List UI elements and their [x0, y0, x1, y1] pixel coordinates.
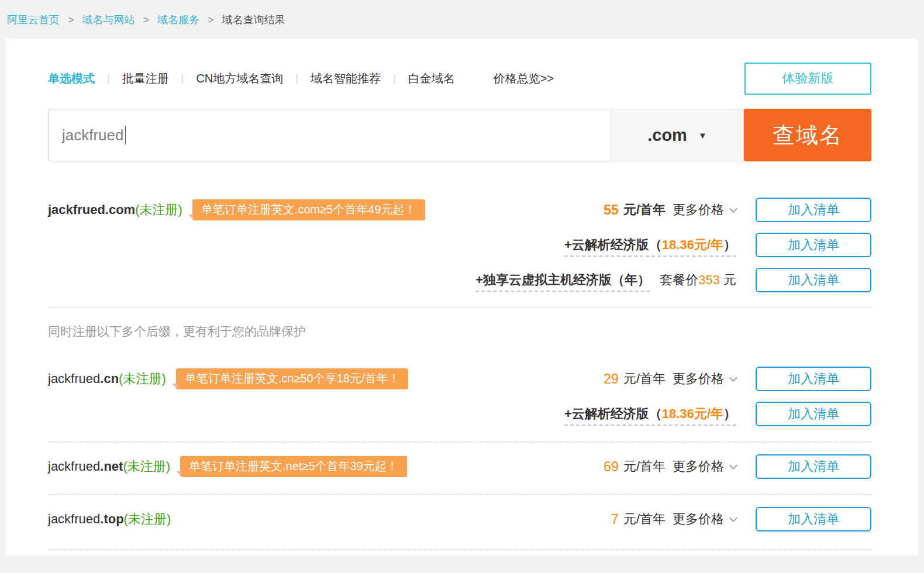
tab-divider: | [295, 73, 298, 85]
result-row-net: jackfrued.net(未注册) 单笔订单注册英文.net≥5个首年39元起… [48, 454, 871, 479]
price-group: 7 元/首年 更多价格 [611, 510, 736, 528]
price-group: 55 元/首年 更多价格 [604, 201, 736, 219]
brand-protection-tip: 同时注册以下多个后缀，更有利于您的品牌保护 [48, 323, 871, 340]
chevron-down-icon[interactable] [729, 461, 737, 469]
promo-badge: 单笔订单注册英文.com≥5个首年49元起！ [192, 199, 425, 220]
tab-divider: | [107, 73, 110, 85]
tab-batch-register[interactable]: 批量注册 [122, 71, 169, 87]
tab-smart-recommend[interactable]: 域名智能推荐 [311, 71, 381, 87]
addon-price: 18.36元/年 [662, 237, 723, 252]
tab-single-mode[interactable]: 单选模式 [48, 71, 95, 87]
price-unit: 元/首年 [623, 458, 666, 475]
addon-label: +独享云虚拟主机经济版（年） 套餐价353 元 [475, 271, 736, 289]
result-row-top: jackfrued.top(未注册) 7 元/首年 更多价格 加入清单 [48, 507, 871, 531]
result-domain-suffix: .net [100, 459, 123, 474]
price-unit: 元/首年 [623, 201, 666, 219]
search-domain-button[interactable]: 查域名 [744, 109, 871, 161]
result-status-unregistered: (未注册) [124, 510, 171, 528]
price-group: 29 元/首年 更多价格 [604, 370, 736, 388]
breadcrumb-link-aliyun-home[interactable]: 阿里云首页 [7, 14, 60, 26]
price-value: 69 [604, 459, 619, 475]
badge-pointer-icon [188, 215, 194, 220]
more-price-link[interactable]: 更多价格 [673, 510, 724, 528]
row-divider [48, 549, 871, 550]
result-domain-name: jackfrued [48, 371, 100, 386]
breadcrumb: 阿里云首页 > 域名与网站 > 域名服务 > 域名查询结果 [0, 0, 924, 39]
result-row-cn: jackfrued.cn(未注册) 单笔订单注册英文.cn≥50个享18元/首年… [48, 367, 871, 391]
price-unit: 元/首年 [623, 510, 666, 528]
result-domain-name: jackfrued [48, 459, 100, 474]
result-domain-suffix: .cn [100, 371, 119, 386]
breadcrumb-current-page: 域名查询结果 [222, 14, 285, 26]
result-domain-suffix: .top [100, 512, 123, 527]
domain-search-input-value: jackfrued [62, 126, 124, 144]
section-divider [48, 306, 871, 308]
search-result-card: 单选模式 | 批量注册 | CN地方域名查询 | 域名智能推荐 | 白金域名 价… [6, 39, 918, 555]
tab-divider: | [181, 73, 184, 85]
badge-pointer-icon [176, 471, 181, 477]
promo-badge-text: 单笔订单注册英文.com≥5个首年49元起！ [201, 203, 416, 216]
promo-badge: 单笔订单注册英文.cn≥50个享18元/首年！ [176, 368, 409, 389]
breadcrumb-link-domain-service[interactable]: 域名服务 [157, 14, 199, 26]
price-unit: 元/首年 [623, 370, 666, 388]
addon-dns-label[interactable]: +云解析经济版（18.36元/年） [564, 406, 736, 426]
chevron-down-icon[interactable] [729, 373, 737, 381]
add-to-list-button-dns-cn[interactable]: 加入清单 [756, 402, 871, 426]
addon-price: 18.36元/年 [662, 406, 723, 421]
promo-badge-text: 单笔订单注册英文.cn≥50个享18元/首年！ [185, 372, 400, 385]
tab-platinum-domain[interactable]: 白金域名 [408, 71, 455, 87]
row-divider [48, 441, 871, 443]
package-price-value: 353 [698, 272, 720, 287]
addon-row-host: +独享云虚拟主机经济版（年） 套餐价353 元 加入清单 [48, 268, 871, 292]
tab-cn-regional-query[interactable]: CN地方域名查询 [196, 71, 283, 87]
add-to-list-button-cn[interactable]: 加入清单 [756, 367, 871, 391]
result-status-unregistered: (未注册) [123, 458, 170, 475]
tld-selected-value: .com [647, 126, 687, 145]
chevron-down-icon[interactable] [729, 513, 737, 522]
addon-host-label[interactable]: +独享云虚拟主机经济版（年） [475, 272, 650, 292]
domain-search-bar: jackfrued .com ▼ 查域名 [48, 109, 871, 161]
more-price-link[interactable]: 更多价格 [673, 201, 724, 219]
result-domain-name: jackfrued [48, 512, 100, 527]
more-price-link[interactable]: 更多价格 [673, 370, 724, 388]
add-to-list-button-com[interactable]: 加入清单 [756, 198, 871, 222]
tld-select-dropdown[interactable]: .com ▼ [611, 109, 744, 161]
more-price-link[interactable]: 更多价格 [673, 458, 724, 475]
price-value: 55 [604, 202, 619, 218]
addon-label: +云解析经济版（18.36元/年） [564, 405, 736, 423]
row-divider [48, 494, 871, 495]
add-to-list-button-host[interactable]: 加入清单 [756, 268, 871, 292]
text-caret [125, 126, 126, 144]
try-new-version-button[interactable]: 体验新版 [744, 63, 871, 95]
price-value: 29 [604, 371, 619, 387]
add-to-list-button-net[interactable]: 加入清单 [756, 454, 871, 479]
addon-row-dns: +云解析经济版（18.36元/年） 加入清单 [48, 233, 871, 257]
price-value: 7 [611, 512, 619, 527]
price-group: 69 元/首年 更多价格 [604, 458, 736, 475]
mode-tabbar: 单选模式 | 批量注册 | CN地方域名查询 | 域名智能推荐 | 白金域名 价… [48, 62, 871, 95]
dropdown-arrow-icon: ▼ [698, 130, 707, 140]
add-to-list-button-dns[interactable]: 加入清单 [756, 233, 871, 257]
addon-package-price: 套餐价353 元 [660, 272, 736, 287]
promo-badge: 单笔订单注册英文.net≥5个首年39元起！ [180, 456, 407, 477]
addon-row-dns-cn: +云解析经济版（18.36元/年） 加入清单 [48, 402, 871, 426]
price-overview-link[interactable]: 价格总览>> [494, 71, 554, 87]
chevron-down-icon[interactable] [729, 204, 737, 212]
breadcrumb-separator: > [68, 14, 74, 26]
breadcrumb-separator: > [143, 14, 150, 26]
badge-pointer-icon [172, 384, 177, 389]
addon-dns-label[interactable]: +云解析经济版（18.36元/年） [564, 237, 736, 257]
promo-badge-text: 单笔订单注册英文.net≥5个首年39元起！ [189, 460, 398, 472]
addon-label: +云解析经济版（18.36元/年） [564, 236, 736, 254]
result-status-unregistered: (未注册) [119, 370, 166, 388]
domain-search-input[interactable]: jackfrued [48, 109, 611, 161]
result-status-unregistered: (未注册) [135, 201, 182, 219]
result-row-com: jackfrued.com(未注册) 单笔订单注册英文.com≥5个首年49元起… [48, 198, 871, 222]
breadcrumb-link-domain-and-site[interactable]: 域名与网站 [82, 14, 135, 26]
result-domain-name: jackfrued [48, 202, 105, 218]
result-domain-suffix: .com [105, 202, 135, 218]
breadcrumb-separator: > [208, 14, 214, 26]
tab-divider: | [393, 73, 396, 85]
add-to-list-button-top[interactable]: 加入清单 [756, 507, 871, 531]
